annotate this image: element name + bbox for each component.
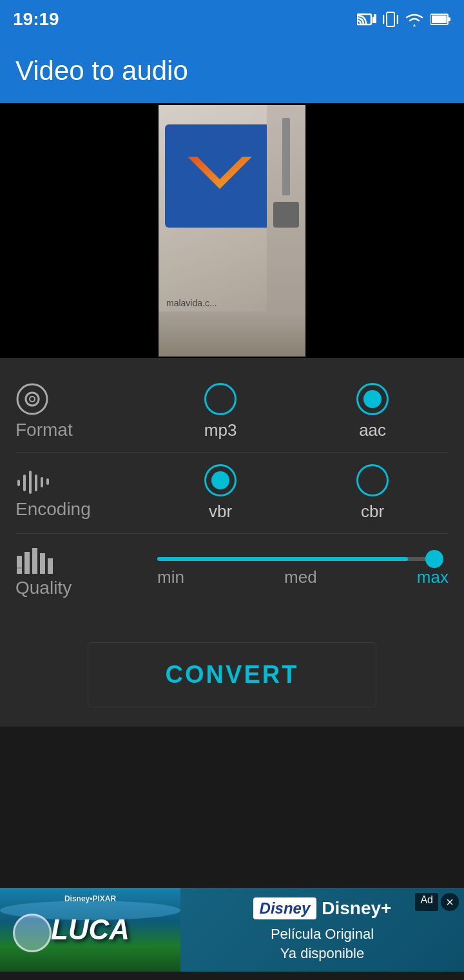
disc-icon — [15, 382, 49, 416]
quality-min-label: min — [157, 567, 184, 587]
quality-slider-section: min med max — [157, 557, 449, 587]
svg-point-12 — [30, 397, 35, 402]
svg-point-10 — [17, 384, 47, 414]
cast-icon — [357, 12, 376, 27]
status-bar: 19:19 — [0, 0, 464, 39]
svg-rect-2 — [374, 14, 376, 23]
convert-section: CONVERT — [0, 623, 464, 727]
svg-rect-19 — [17, 556, 22, 574]
disney-plus-text: Disney+ — [322, 898, 391, 919]
svg-rect-7 — [432, 15, 447, 23]
app-bar: Video to audio — [0, 39, 464, 103]
format-mp3-label: mp3 — [204, 420, 237, 440]
battery-icon — [430, 13, 451, 26]
encoding-cbr-radio[interactable] — [356, 464, 389, 496]
svg-marker-9 — [188, 157, 252, 189]
bars-icon — [15, 545, 54, 574]
svg-rect-20 — [24, 552, 30, 574]
video-preview: malavida.c... — [0, 103, 464, 358]
ad-close-button[interactable]: × — [441, 893, 459, 911]
ad-luca-title: LUCA — [51, 914, 130, 946]
format-aac-radio[interactable] — [356, 383, 389, 415]
app-title: Video to audio — [15, 55, 188, 86]
encoding-vbr-label: vbr — [209, 502, 232, 522]
svg-point-11 — [26, 393, 39, 406]
format-mp3-radio[interactable] — [204, 383, 237, 415]
format-options: mp3 aac — [144, 383, 449, 440]
wifi-icon — [405, 12, 424, 26]
svg-rect-23 — [40, 553, 45, 574]
encoding-label-section: Encoding — [15, 467, 144, 520]
format-aac-option[interactable]: aac — [356, 383, 389, 440]
watermark-text: malavida.c... — [166, 298, 217, 308]
svg-rect-24 — [48, 558, 53, 574]
encoding-options: vbr cbr — [144, 464, 449, 522]
format-aac-label: aac — [359, 420, 386, 440]
nav-bar — [0, 972, 464, 980]
quality-row: Quality min med max — [15, 534, 449, 610]
quality-max-label: max — [417, 567, 449, 587]
status-icons — [357, 11, 451, 28]
ad-luca-section: LUCA Disney•PIXAR — [0, 888, 180, 972]
encoding-cbr-label: cbr — [361, 502, 384, 522]
ad-tagline: Película Original — [271, 926, 374, 943]
encoding-cbr-option[interactable]: cbr — [356, 464, 389, 522]
quality-slider-fill — [157, 557, 408, 561]
format-row: Format mp3 aac — [15, 371, 449, 453]
status-time: 19:19 — [13, 9, 59, 30]
convert-button[interactable]: CONVERT — [88, 642, 377, 707]
encoding-label: Encoding — [15, 499, 91, 520]
ad-badge: Ad — [415, 893, 438, 911]
controls-section: Format mp3 aac Encoding — [0, 358, 464, 623]
format-label: Format — [15, 420, 73, 440]
svg-rect-22 — [17, 567, 22, 569]
quality-label-section: Quality — [15, 545, 144, 598]
encoding-row: Encoding vbr cbr — [15, 453, 449, 534]
encoding-vbr-radio[interactable] — [204, 464, 237, 496]
quality-slider-track[interactable] — [157, 557, 436, 561]
svg-rect-8 — [448, 17, 450, 21]
disney-logo-box: Disney — [253, 897, 317, 919]
empty-space — [0, 727, 464, 888]
encoding-vbr-option[interactable]: vbr — [204, 464, 237, 522]
ad-disney-pixar: Disney•PIXAR — [64, 894, 116, 903]
quality-slider-thumb[interactable] — [425, 550, 443, 568]
quality-slider-labels: min med max — [157, 567, 449, 587]
svg-rect-3 — [387, 12, 394, 26]
wave-icon — [15, 467, 54, 495]
quality-med-label: med — [284, 567, 317, 587]
format-label-section: Format — [15, 382, 144, 440]
ad-banner[interactable]: LUCA Disney•PIXAR Disney Disney+ Películ… — [0, 888, 464, 972]
video-thumbnail: malavida.c... — [159, 105, 305, 357]
quality-label: Quality — [15, 578, 72, 598]
vibrate-icon — [383, 11, 398, 28]
svg-rect-21 — [32, 548, 37, 574]
ad-available: Ya disponible — [280, 945, 364, 962]
format-mp3-option[interactable]: mp3 — [204, 383, 237, 440]
disney-logo-text: Disney — [260, 899, 311, 917]
